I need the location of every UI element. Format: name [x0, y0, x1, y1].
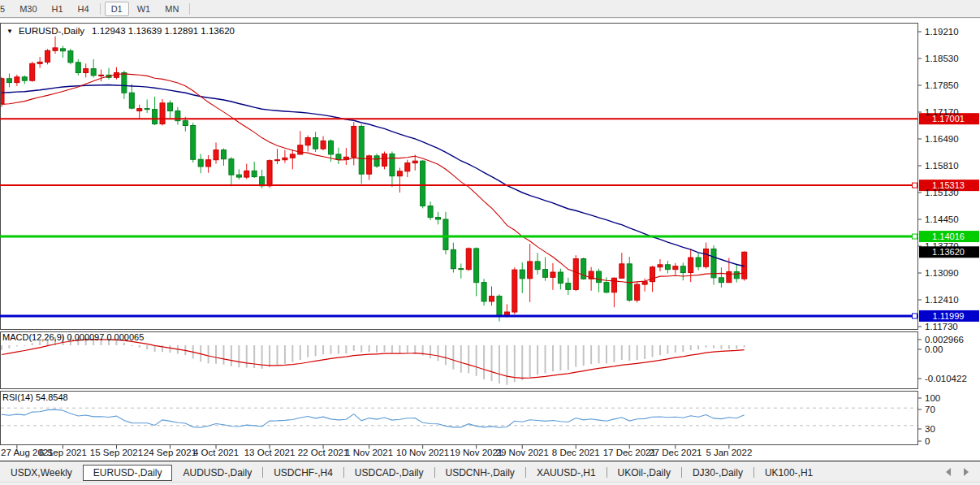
chart-tab-eurusd-daily[interactable]: EURUSD-,Daily [83, 465, 173, 481]
chart-tab-uk100-h1[interactable]: UK100-,H1 [754, 465, 823, 481]
macd-axis-label[interactable]: 0.002966 [925, 335, 964, 344]
macd-histogram-bar [706, 345, 707, 348]
candle-body [543, 270, 548, 278]
date-axis-label[interactable]: 27 Dec 2021 [649, 448, 702, 457]
price-axis-label[interactable]: 1.19210 [925, 27, 959, 37]
macd-axis-label[interactable]: 0.00 [925, 344, 943, 354]
macd-histogram-bar [131, 345, 132, 346]
candle-body [22, 77, 27, 80]
line-selection-handle[interactable] [913, 183, 917, 188]
price-axis-label[interactable]: 1.14450 [925, 214, 959, 224]
price-axis-label[interactable]: 1.15130 [925, 188, 959, 197]
price-level-badge-text: 1.14016 [932, 232, 965, 241]
candle-body [167, 103, 172, 111]
chart-tab-dj30-daily[interactable]: DJ30-,Daily [682, 465, 753, 481]
price-axis-label[interactable]: 1.17850 [925, 80, 959, 90]
chart-tab-usdcnh-daily[interactable]: USDCNH-,Daily [435, 465, 525, 481]
rsi-axis-label[interactable]: 100 [925, 393, 940, 403]
date-axis-label[interactable]: 22 Oct 2021 [298, 448, 349, 457]
timeframe-button-mn[interactable]: MN [158, 2, 185, 16]
candle-body [290, 154, 295, 158]
candle-body [313, 138, 318, 149]
chart-area[interactable]: 1.170011.153131.140161.119991.192101.185… [0, 0, 980, 485]
macd-histogram-bar [384, 345, 386, 352]
date-axis-label[interactable]: 24 Sep 2021 [144, 448, 196, 457]
tab-scroll-arrows [946, 468, 969, 476]
timeframe-button-5[interactable]: 5 [0, 2, 11, 16]
date-axis-label[interactable]: 15 Sep 2021 [90, 448, 143, 457]
chart-tab-ukoil-daily[interactable]: UKOil-,Daily [607, 465, 681, 481]
macd-histogram-bar [391, 345, 393, 353]
date-axis-label[interactable]: 6 Sep 2021 [39, 448, 87, 457]
macd-axis-label[interactable]: -0.010422 [925, 374, 967, 383]
candle-body [481, 283, 486, 301]
rsi-axis-label[interactable]: 70 [925, 405, 935, 414]
candle-body [597, 271, 602, 283]
candle-body [642, 282, 647, 284]
price-axis-label[interactable]: 1.11730 [925, 322, 958, 331]
date-axis-label[interactable]: 4 Oct 2021 [193, 448, 239, 457]
candle-body [305, 138, 310, 145]
scroll-left-icon[interactable] [946, 468, 951, 476]
date-axis-label[interactable]: 19 Nov 2021 [450, 448, 503, 457]
scroll-right-icon[interactable] [964, 468, 969, 476]
candle-body [53, 48, 58, 50]
timeframe-button-h4[interactable]: H4 [71, 2, 96, 16]
macd-histogram-bar [468, 345, 469, 373]
candle-body [689, 258, 693, 272]
chart-tab-audusd-daily[interactable]: AUDUSD-,Daily [172, 465, 262, 481]
candle-body [321, 141, 326, 149]
candle-body [68, 51, 73, 63]
macd-histogram-bar [399, 345, 400, 353]
macd-histogram-bar [16, 345, 18, 346]
line-selection-handle[interactable] [913, 314, 917, 318]
timeframe-button-m30[interactable]: M30 [13, 2, 43, 16]
macd-histogram-bar [644, 345, 645, 359]
macd-histogram-bar [545, 345, 546, 373]
macd-histogram-bar [123, 343, 125, 345]
rsi-axis-label[interactable]: 0 [925, 436, 930, 446]
price-axis-label[interactable]: 1.15810 [925, 161, 959, 171]
candle-body [719, 278, 723, 283]
macd-histogram-bar [445, 345, 447, 365]
symbol-dropdown-icon[interactable]: ▼ [6, 28, 13, 35]
timeframe-button-w1[interactable]: W1 [131, 2, 158, 16]
price-axis-label[interactable]: 1.18530 [925, 54, 959, 63]
date-axis-label[interactable]: 13 Oct 2021 [244, 448, 296, 457]
chart-tab-xauusd-h1[interactable]: XAUUSD-,H1 [526, 465, 607, 481]
price-axis-label[interactable]: 1.17170 [925, 107, 959, 117]
macd-histogram-bar [300, 345, 301, 360]
macd-histogram-bar [559, 345, 561, 370]
macd-histogram-bar [169, 345, 171, 353]
candle-body [198, 159, 203, 167]
line-selection-handle[interactable] [913, 234, 917, 239]
chart-tab-usdcad-daily[interactable]: USDCAD-,Daily [344, 465, 434, 481]
chart-tab-usdx-weekly[interactable]: USDX,Weekly [0, 465, 83, 481]
timeframe-button-d1[interactable]: D1 [105, 2, 129, 16]
macd-histogram-bar [637, 345, 638, 360]
rsi-panel[interactable] [1, 392, 918, 445]
price-axis-label[interactable]: 1.13090 [925, 268, 959, 278]
date-axis-label[interactable]: 5 Jan 2022 [706, 448, 752, 457]
date-axis-label[interactable]: 17 Dec 2021 [603, 448, 656, 457]
date-axis-label[interactable]: 8 Dec 2021 [552, 448, 600, 457]
candle-body [497, 297, 502, 316]
macd-histogram-bar [652, 345, 654, 357]
candle-body [535, 262, 540, 270]
main-price-panel[interactable] [1, 24, 918, 330]
candle-body [443, 219, 448, 249]
candle-body [229, 159, 234, 175]
price-axis-label[interactable]: 1.16490 [925, 134, 959, 144]
chart-tab-usdchf-h4[interactable]: USDCHF-,H4 [263, 465, 343, 481]
price-axis-label[interactable]: 1.12410 [925, 295, 959, 305]
timeframe-button-h1[interactable]: H1 [45, 2, 70, 16]
candle-body [451, 249, 455, 268]
date-axis-label[interactable]: 29 Nov 2021 [496, 448, 549, 457]
date-axis-label[interactable]: 10 Nov 2021 [396, 448, 449, 457]
rsi-axis-label[interactable]: 30 [925, 424, 935, 434]
date-axis-label[interactable]: 1 Nov 2021 [345, 448, 393, 457]
candle-body [137, 109, 142, 111]
macd-histogram-bar [154, 345, 156, 352]
macd-histogram-bar [253, 345, 255, 368]
candle-body [91, 69, 96, 76]
